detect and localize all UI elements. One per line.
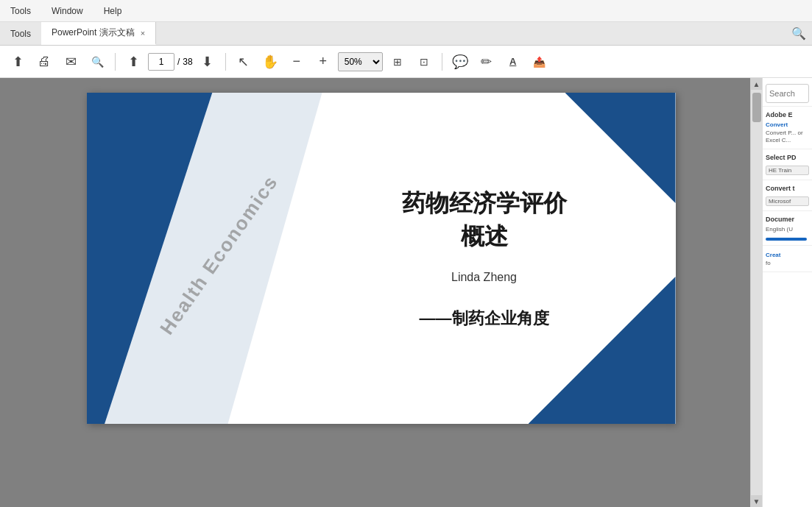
slide-content: 药物经济学评价 概述 Linda Zheng ——制药企业角度 <box>293 93 676 424</box>
zoom-out-button[interactable]: 🔍 <box>85 50 109 74</box>
hand-tool-button[interactable]: ✋ <box>258 50 282 74</box>
right-panel-convert-section: Convert t Microsof <box>763 180 812 211</box>
create-label[interactable]: Creat <box>766 252 809 258</box>
panel-expand-arrow[interactable]: ▶ <box>762 280 763 306</box>
scroll-up-arrow[interactable]: ▲ <box>751 78 762 90</box>
tab-powerpoint[interactable]: PowerPoint 演示文稿 × <box>41 22 156 45</box>
highlight-button[interactable]: A <box>501 50 525 74</box>
pen-button[interactable]: ✏ <box>475 50 498 74</box>
marquee-zoom-button[interactable]: ⊡ <box>412 50 436 74</box>
cursor-tool-button[interactable]: ↖ <box>232 50 255 74</box>
convert-button[interactable]: Convert <box>766 121 809 128</box>
menu-help[interactable]: Help <box>99 3 127 19</box>
convert-to-label: Convert t <box>766 185 809 194</box>
right-panel-search-input[interactable] <box>766 84 809 103</box>
next-page-button[interactable]: ⬇ <box>196 50 219 74</box>
pdf-slide: Health Economics 药物经济学评价 概述 Linda Zheng … <box>87 93 676 424</box>
menu-tools[interactable]: Tools <box>6 3 35 19</box>
slide-title: 药物经济学评价 概述 <box>402 187 567 253</box>
slide-diagonal-text-container: Health Economics <box>116 115 322 394</box>
tab-search: 🔍 <box>791 26 812 40</box>
divider-3 <box>442 53 442 71</box>
document-desc: English (U <box>766 226 809 233</box>
create-desc: fo <box>766 260 809 267</box>
zoom-plus-button[interactable]: + <box>311 50 335 74</box>
slide-author: Linda Zheng <box>451 271 517 284</box>
page-number-input[interactable] <box>148 53 174 71</box>
slide-title-line1: 药物经济学评价 <box>402 190 567 216</box>
slide-diagonal-text: Health Economics <box>155 171 283 339</box>
tab-close-button[interactable]: × <box>141 29 145 38</box>
main-area: ▲ ▼ Health Economics <box>0 78 812 507</box>
divider-1 <box>115 53 116 71</box>
total-pages: 38 <box>183 57 192 67</box>
menu-bar: Tools Window Help <box>0 0 812 22</box>
menu-window[interactable]: Window <box>47 3 88 19</box>
right-panel-search-section <box>763 78 812 107</box>
page-separator: / <box>177 57 180 67</box>
email-button[interactable]: ✉ <box>59 50 82 74</box>
scroll-thumb[interactable] <box>752 93 761 122</box>
slide-subtitle: ——制药企业角度 <box>420 308 549 330</box>
tab-bar: Tools PowerPoint 演示文稿 × 🔍 <box>0 22 812 46</box>
right-panel-create-section: Creat fo <box>763 246 812 272</box>
vertical-scrollbar[interactable]: ▲ ▼ <box>750 78 762 507</box>
pdf-viewer: ▲ ▼ Health Economics <box>0 78 762 507</box>
upload-button[interactable]: ⬆ <box>6 50 29 74</box>
divider-2 <box>225 53 226 71</box>
select-pdf-label: Select PD <box>766 154 809 163</box>
convert-desc: Convert P... or Excel C... <box>766 130 809 145</box>
toolbar: ⬆ 🖨 ✉ 🔍 ⬆ / 38 ⬇ ↖ ✋ − + 50% 75% 100% 12… <box>0 46 812 78</box>
tab-label: PowerPoint 演示文稿 <box>52 26 135 39</box>
progress-bar <box>766 238 807 241</box>
convert-to-tag[interactable]: Microsof <box>766 196 809 206</box>
comment-button[interactable]: 💬 <box>448 50 472 74</box>
page-input-group: / 38 <box>148 53 193 71</box>
right-panel-select-section: Select PD HE Train <box>763 149 812 180</box>
tab-search-icon[interactable]: 🔍 <box>791 27 806 40</box>
scroll-down-arrow[interactable]: ▼ <box>751 495 762 507</box>
right-panel-document-section: Documer English (U <box>763 211 812 246</box>
zoom-select[interactable]: 50% 75% 100% 125% 150% <box>338 52 383 71</box>
zoom-minus-button[interactable]: − <box>285 50 308 74</box>
right-panel-adobe-section: Adobe E Convert Convert P... or Excel C.… <box>763 107 812 149</box>
slide-title-line2: 概述 <box>461 223 508 249</box>
right-panel: ▶ Adobe E Convert Convert P... or Excel … <box>762 78 812 507</box>
tab-tools[interactable]: Tools <box>0 22 41 45</box>
document-label: Documer <box>766 216 809 224</box>
print-button[interactable]: 🖨 <box>32 50 56 74</box>
prev-page-button[interactable]: ⬆ <box>121 50 145 74</box>
adobe-label: Adobe E <box>766 111 809 120</box>
select-pdf-tag[interactable]: HE Train <box>766 166 809 175</box>
fit-page-button[interactable]: ⊞ <box>386 50 409 74</box>
share-button[interactable]: 📤 <box>528 50 551 74</box>
